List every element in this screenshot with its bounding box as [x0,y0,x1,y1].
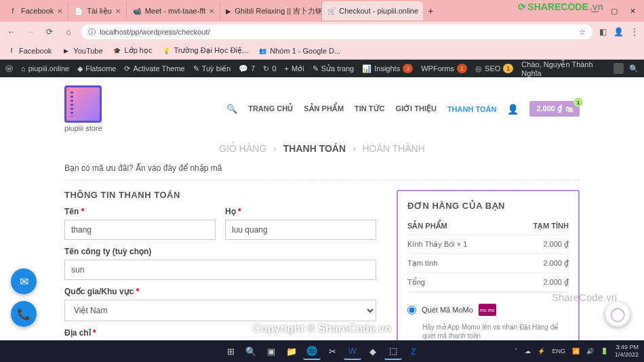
wp-search-icon[interactable]: 🔍 [629,64,639,73]
cart-button[interactable]: 2.000 ₫ 🛍 1 [529,101,580,117]
wp-theme[interactable]: ◆ Flatsome [77,64,116,73]
forward-button[interactable]: → [24,27,37,37]
tray-volume-icon[interactable]: 🔊 [586,348,594,355]
menu-icon[interactable]: ⋮ [630,27,639,37]
site-header: piupiii store 🔍 TRANG CHỦ SẢN PHẨM TIN T… [64,81,580,136]
payment-option[interactable]: Quét Mã MoMomo mo [407,300,569,320]
bookmarks-bar: fFacebook▶YouTube🎓Lớp học💡Trường Đại Học… [0,42,644,60]
wp-activate[interactable]: ⟳ Activate Theme [124,64,184,73]
nav-home[interactable]: TRANG CHỦ [248,104,293,113]
browser-tab[interactable]: 📹Meet - mvt-taae-fft✕ [127,1,221,20]
account-icon[interactable]: 👤 [507,104,519,115]
taskbar-explorer-icon[interactable]: 📁 [283,342,300,360]
wp-seo[interactable]: ◎ SEO 1 [475,64,513,73]
taskbar-zalo-icon[interactable]: Z [405,342,422,360]
float-chat-button[interactable]: ◯ [605,301,630,327]
company-label: Tên công ty (tuỳ chọn) [64,247,376,256]
checkout-steps: GIỎ HÀNG › THANH TOÁN › HOÀN THÀNH [64,136,580,163]
wp-forms[interactable]: WPForms 1 [421,64,467,73]
tray-bolt-icon[interactable]: ⚡ [538,348,545,355]
search-icon[interactable]: 🔍 [226,104,237,114]
order-title: ĐƠN HÀNG CỦA BẠN [407,201,569,211]
browser-tab[interactable]: 📄Tài liệu✕ [68,1,126,20]
wp-site[interactable]: ⌂ piupiii.online [21,64,69,73]
tab-close-icon[interactable]: ✕ [115,7,121,15]
wp-logo-icon[interactable]: ⓦ [5,64,13,74]
wp-updates[interactable]: ↻ 0 [263,64,276,73]
taskbar-taskview-icon[interactable]: ▣ [262,342,280,360]
cart-count-badge: 1 [573,98,583,107]
taskbar-snip-icon[interactable]: ✂ [323,342,341,360]
site-logo[interactable] [64,85,102,123]
browser-tab[interactable]: fFacebook✕ [3,1,68,20]
first-name-input[interactable] [64,220,216,240]
site-info-icon[interactable]: ⓘ [88,27,96,37]
profile-icon[interactable]: 👤 [613,27,624,37]
reload-button[interactable]: ⟳ [43,27,56,37]
bookmark-item[interactable]: 🎓Lớp học [113,46,153,56]
coupon-prompt: Bạn có mã ưu đãi? Ấn vào đây để nhập mã [64,163,580,180]
url-text: localhost/pp/wordpress/checkout/ [100,28,210,36]
bookmark-item[interactable]: 💡Trường Đại Học Điệ... [161,46,248,56]
taskbar-chrome-icon[interactable]: 🌐 [303,342,321,360]
taskbar-vscode-icon[interactable]: ⬚ [384,342,402,360]
wp-comments[interactable]: 💬 7 [239,64,255,73]
wp-insights[interactable]: 📊 Insights 3 [362,64,413,73]
new-tab-button[interactable]: + [424,5,437,16]
wp-admin-bar: ⓦ ⌂ piupiii.online ◆ Flatsome ⟳ Activate… [0,60,644,77]
step-done: HOÀN THÀNH [363,143,425,154]
taskbar-app-icon[interactable]: ◆ [364,342,382,360]
float-phone-button[interactable]: 📞 [11,301,37,327]
taskbar-word-icon[interactable]: W [344,342,361,360]
last-name-input[interactable] [225,220,376,240]
close-window-button[interactable]: ✕ [630,7,636,16]
bookmark-item[interactable]: 👥Nhóm 1 - Google D... [258,46,340,56]
order-row: Tổng2.000 ₫ [407,273,569,293]
windows-taskbar: ⊞ 🔍 ▣ 📁 🌐 ✂ W ◆ ⬚ Z ˄ ☁ ⚡ ENG 📶 🔊 🔋 3:49… [0,340,644,362]
payment-methods: Quét Mã MoMomo moHãy mở App Momo lên và … [407,300,569,340]
nav-about[interactable]: GIỚI THIỆU [396,104,437,113]
maximize-button[interactable]: ▢ [611,7,618,16]
browser-tab[interactable]: 🛒Checkout - piupiii.online✕ [322,1,424,20]
first-name-label: Tên * [64,207,216,216]
tab-close-icon[interactable]: ✕ [57,7,62,15]
order-row: Tạm tính2.000 ₫ [407,254,569,273]
bookmark-item[interactable]: ▶YouTube [61,46,102,56]
bookmark-star-icon[interactable]: ☆ [579,28,586,37]
tab-close-icon[interactable]: ✕ [209,7,214,15]
float-message-button[interactable]: ✉ [11,268,37,294]
step-cart[interactable]: GIỎ HÀNG [219,143,266,154]
nav-checkout[interactable]: THANH TOÁN [447,105,497,113]
tray-language[interactable]: ENG [552,348,565,355]
taskbar-search-icon[interactable]: 🔍 [242,342,260,360]
last-name-label: Họ * [225,207,376,216]
country-select[interactable]: Việt Nam [64,300,376,321]
browser-address-bar: ← → ⟳ ⌂ ⓘ localhost/pp/wordpress/checkou… [0,22,644,42]
tray-chevron-icon[interactable]: ˄ [515,348,518,355]
home-button[interactable]: ⌂ [62,27,75,37]
tray-battery-icon[interactable]: 🔋 [601,348,608,355]
tray-wifi-icon[interactable]: 📶 [572,348,580,355]
company-input[interactable] [64,260,376,280]
tray-clock[interactable]: 3:49 PM 1/4/2022 [615,344,639,359]
wp-new[interactable]: + Mới [285,64,304,73]
bookmark-item[interactable]: fFacebook [7,46,52,56]
order-summary: ĐƠN HÀNG CỦA BẠN SẢN PHẨM TẠM TÍNH Kính … [397,190,580,340]
wp-edit[interactable]: ✎ Sửa trang [313,64,355,73]
url-input[interactable]: ⓘ localhost/pp/wordpress/checkout/ ☆ [81,24,592,39]
extension-icon[interactable]: ◧ [599,27,607,37]
tray-onedrive-icon[interactable]: ☁ [525,348,531,355]
nav-products[interactable]: SẢN PHẨM [304,104,344,113]
coupon-link[interactable]: Ấn vào đây để nhập mã [136,163,222,173]
watermark-copyright: Copyright © ShareCode.vn [253,323,391,335]
watermark-text: ShareCode.vn [552,291,617,303]
wp-customize[interactable]: ✎ Tuỳ biến [193,64,231,73]
wp-avatar[interactable] [613,63,624,74]
page-content: piupiii store 🔍 TRANG CHỦ SẢN PHẨM TIN T… [0,77,644,340]
back-button[interactable]: ← [5,27,18,37]
taskbar-start-icon[interactable]: ⊞ [222,342,239,360]
browser-tab[interactable]: ▶Ghibli Relaxing || 吉卜力钢琴✕ [220,1,322,20]
nav-news[interactable]: TIN TỨC [355,104,384,113]
wp-greeting[interactable]: Chào, Nguyễn Thành Nghĩa [521,60,608,77]
step-checkout: THANH TOÁN [283,143,346,154]
